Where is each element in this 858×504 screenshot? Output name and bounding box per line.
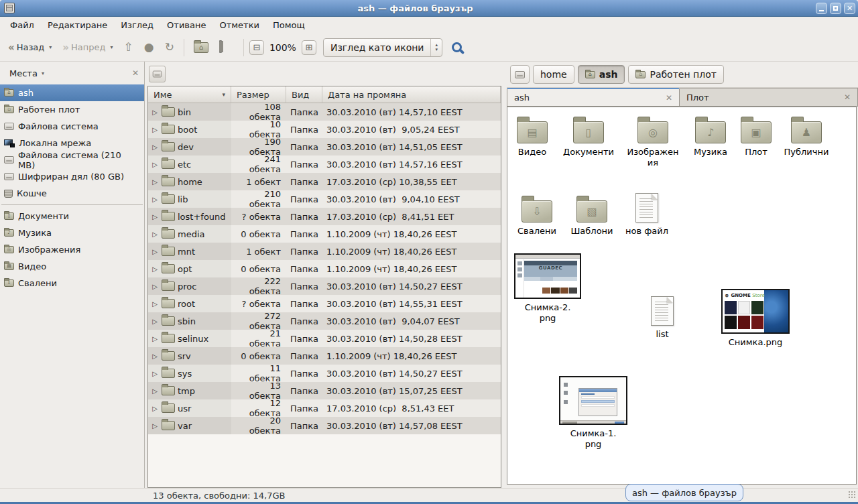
sidebar-mode-selector[interactable]: Места ▾ bbox=[5, 66, 48, 80]
expander-icon[interactable]: ▷ bbox=[151, 265, 159, 273]
menu-item-2[interactable]: Редактиране bbox=[42, 19, 113, 32]
table-row[interactable]: ▷etc241 обектаПапка30.03.2010 (вт) 14,57… bbox=[148, 155, 501, 173]
expander-icon[interactable]: ▷ bbox=[151, 143, 159, 151]
icon-view-item-публични[interactable]: ♟Публични bbox=[781, 115, 832, 158]
expander-icon[interactable]: ▷ bbox=[151, 387, 159, 395]
root-drive-button[interactable] bbox=[149, 66, 166, 82]
expander-icon[interactable]: ▷ bbox=[151, 300, 159, 308]
table-row[interactable]: ▷var20 обектаПапка30.03.2010 (вт) 14,57,… bbox=[148, 417, 501, 434]
forward-button[interactable]: » Напред ▾ bbox=[58, 39, 117, 56]
back-button[interactable]: « Назад ▾ bbox=[4, 39, 56, 56]
computer-button[interactable] bbox=[215, 39, 238, 56]
table-row[interactable]: ▷tmp13 обектаПапка30.03.2010 (вт) 15,07,… bbox=[148, 382, 501, 399]
sidebar-item-документи[interactable]: ▯Документи bbox=[0, 208, 144, 225]
icon-view-item-свалени[interactable]: ⇩Свалени bbox=[511, 194, 562, 237]
tab-close-icon[interactable]: ✕ bbox=[666, 93, 672, 103]
table-row[interactable]: ▷sys11 обектаПапка30.03.2010 (вт) 14,50,… bbox=[148, 365, 501, 382]
reload-button[interactable]: ↻ bbox=[161, 39, 178, 56]
icon-view-item-снимка-png[interactable]: 🜨 GNOME StoreСнимка.png bbox=[721, 289, 790, 348]
icon-view-item-list[interactable]: list bbox=[639, 296, 686, 340]
breadcrumb-button-home[interactable]: home bbox=[533, 65, 574, 84]
search-icon[interactable] bbox=[452, 42, 462, 52]
table-row[interactable]: ▷root? обектаПапка30.03.2010 (вт) 14,55,… bbox=[148, 295, 501, 312]
minimize-button[interactable] bbox=[816, 3, 827, 14]
sidebar-item-файлова-система[interactable]: Файлова система bbox=[0, 118, 144, 135]
table-row[interactable]: ▷sbin272 обектаПапка30.03.2010 (вт) 9,04… bbox=[148, 312, 501, 330]
sidebar-item-изображения[interactable]: ◎Изображения bbox=[0, 241, 144, 258]
icon-view[interactable]: ▤Видео▯Документи◎Изображения♪Музика▣Плот… bbox=[507, 107, 857, 485]
menu-item-5[interactable]: Отметки bbox=[213, 19, 265, 32]
sidebar-item-работен-плот[interactable]: ▫Работен плот bbox=[0, 101, 144, 118]
menu-item-1[interactable]: Файл bbox=[4, 19, 40, 32]
expander-icon[interactable]: ▷ bbox=[151, 335, 159, 342]
breadcrumb-button-root[interactable] bbox=[510, 65, 530, 84]
breadcrumb-button-ash[interactable]: ⌂ash bbox=[578, 65, 625, 84]
table-row[interactable]: ▷mnt1 обектПапка1.10.2009 (чт) 18,40,26 … bbox=[148, 243, 501, 260]
back-history-dropdown-icon[interactable]: ▾ bbox=[49, 44, 52, 50]
expander-icon[interactable]: ▷ bbox=[151, 109, 159, 116]
stop-button[interactable]: ● bbox=[140, 39, 158, 56]
tab-close-icon[interactable]: ✕ bbox=[844, 92, 851, 102]
expander-icon[interactable]: ▷ bbox=[151, 178, 159, 186]
icon-view-item-видео[interactable]: ▤Видео bbox=[508, 115, 556, 158]
icon-view-item-снимка-2-png[interactable]: GUADECСнимка-2.png bbox=[514, 253, 581, 324]
forward-history-dropdown-icon[interactable]: ▾ bbox=[111, 44, 113, 50]
column-header-2[interactable]: Размер bbox=[231, 86, 286, 103]
sidebar-item-шифриран-дял-80-gb-[interactable]: Шифриран дял (80 GB) bbox=[0, 168, 144, 185]
view-mode-selector[interactable]: Изглед като икони ▴▾ bbox=[323, 38, 442, 57]
table-row[interactable]: ▷lib210 обектаПапка30.03.2010 (вт) 9,04,… bbox=[148, 190, 501, 208]
breadcrumb-button-работен-плот[interactable]: ▫Работен плот bbox=[628, 65, 723, 84]
menu-item-6[interactable]: Помощ bbox=[267, 19, 311, 32]
table-row[interactable]: ▷proc222 обектаПапка30.03.2010 (вт) 14,5… bbox=[148, 277, 501, 295]
expander-icon[interactable]: ▷ bbox=[151, 422, 159, 430]
expander-icon[interactable]: ▷ bbox=[151, 126, 159, 133]
expander-icon[interactable]: ▷ bbox=[151, 353, 159, 360]
up-button[interactable]: ⇧ bbox=[120, 39, 137, 56]
expander-icon[interactable]: ▷ bbox=[151, 405, 159, 412]
sidebar-item-кошче[interactable]: Кошче bbox=[0, 185, 144, 202]
sidebar-item-ash[interactable]: ⌂ash bbox=[0, 84, 144, 101]
sidebar-item-свалени[interactable]: ⇩Свалени bbox=[0, 275, 144, 292]
sidebar-item-файлова-система-210-mb-[interactable]: Файлова система (210 MB) bbox=[0, 151, 144, 168]
table-row[interactable]: ▷media0 обектаПапка1.10.2009 (чт) 18,40,… bbox=[148, 225, 501, 243]
combo-spinner-icon[interactable]: ▴▾ bbox=[430, 39, 442, 56]
sidebar-item-музика[interactable]: ♪Музика bbox=[0, 225, 144, 241]
expander-icon[interactable]: ▷ bbox=[151, 231, 159, 238]
table-row[interactable]: ▷bin108 обектаПапка30.03.2010 (вт) 14,57… bbox=[148, 103, 501, 121]
icon-view-item-снимка-1-png[interactable]: Снимка-1.png bbox=[558, 376, 628, 450]
zoom-out-button[interactable]: ⊟ bbox=[249, 40, 264, 55]
icon-view-item-плот[interactable]: ▣Плот bbox=[732, 115, 780, 158]
expander-icon[interactable]: ▷ bbox=[151, 213, 159, 220]
taskbar-window-label[interactable]: ash — файлов браузър bbox=[625, 484, 743, 501]
expander-icon[interactable]: ▷ bbox=[151, 248, 159, 255]
expander-icon[interactable]: ▷ bbox=[151, 196, 159, 203]
icon-view-item-документи[interactable]: ▯Документи bbox=[560, 115, 617, 158]
menu-item-4[interactable]: Отиване bbox=[161, 19, 212, 32]
column-header-1[interactable]: Име▾ bbox=[148, 86, 231, 103]
expander-icon[interactable]: ▷ bbox=[151, 283, 159, 290]
menu-item-3[interactable]: Изглед bbox=[115, 19, 160, 32]
sidebar-close-icon[interactable]: ✕ bbox=[132, 68, 139, 78]
maximize-button[interactable] bbox=[830, 3, 841, 14]
expander-icon[interactable]: ▷ bbox=[151, 370, 159, 377]
sidebar-item-видео[interactable]: ▤Видео bbox=[0, 258, 144, 275]
table-row[interactable]: ▷boot10 обектаПапка30.03.2010 (вт) 9,05,… bbox=[148, 121, 501, 138]
icon-view-item-музика[interactable]: ♪Музика bbox=[686, 115, 735, 158]
home-button[interactable]: ⌂ bbox=[190, 40, 212, 56]
table-row[interactable]: ▷selinux21 обектаПапка30.03.2010 (вт) 14… bbox=[148, 330, 501, 347]
column-header-4[interactable]: Дата на промяна bbox=[322, 86, 501, 103]
column-header-3[interactable]: Вид bbox=[286, 86, 322, 103]
table-row[interactable]: ▷lost+found? обектаПапка17.03.2010 (ср) … bbox=[148, 208, 501, 225]
icon-view-item-изображения[interactable]: ◎Изображения bbox=[625, 115, 681, 169]
close-button[interactable]: ✕ bbox=[844, 3, 855, 14]
tab-плот[interactable]: Плот✕ bbox=[680, 88, 858, 106]
expander-icon[interactable]: ▷ bbox=[151, 161, 159, 168]
table-row[interactable]: ▷usr12 обектаПапка17.03.2010 (ср) 8,51,4… bbox=[148, 399, 501, 417]
zoom-in-button[interactable]: ⊞ bbox=[302, 40, 316, 55]
resize-grip[interactable] bbox=[848, 491, 856, 499]
table-row[interactable]: ▷dev190 обектаПапка30.03.2010 (вт) 14,51… bbox=[148, 138, 501, 155]
table-row[interactable]: ▷opt0 обектаПапка1.10.2009 (чт) 18,40,26… bbox=[148, 260, 501, 277]
tab-ash[interactable]: ash✕ bbox=[507, 88, 680, 106]
icon-view-item-шаблони[interactable]: ▧Шаблони bbox=[566, 194, 617, 237]
icon-view-item-нов-файл[interactable]: нов файл bbox=[623, 193, 671, 237]
